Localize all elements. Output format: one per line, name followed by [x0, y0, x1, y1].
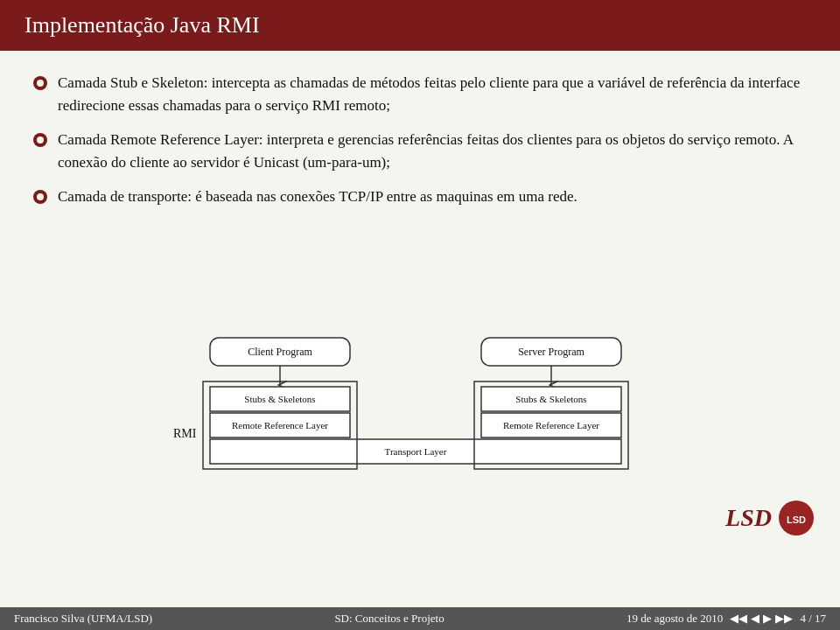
page-number: 4 / 17 — [800, 612, 826, 626]
nav-arrow-left[interactable]: ◀ — [751, 612, 760, 626]
footer-center: SD: Conceitos e Projeto — [152, 612, 626, 626]
nav-arrow-right-right[interactable]: ▶▶ — [775, 612, 793, 626]
diagram-area: RMI Client Program Stubs & Skeletons Rem… — [32, 228, 808, 601]
bullet-icon-1 — [32, 74, 49, 92]
footer-bar: Francisco Silva (UFMA/LSD) SD: Conceitos… — [0, 607, 840, 630]
bullet-icon-2 — [32, 131, 49, 149]
svg-text:LSD: LSD — [787, 514, 806, 525]
footer-left: Francisco Silva (UFMA/LSD) — [14, 612, 152, 626]
svg-text:Client Program: Client Program — [248, 346, 312, 358]
title-text: Implementação Java RMI — [24, 12, 260, 38]
svg-point-5 — [37, 193, 44, 200]
bullet-item-2: Camada Remote Reference Layer: interpret… — [32, 129, 808, 173]
nav-arrow-left-left[interactable]: ◀◀ — [730, 612, 747, 626]
lsd-logo: LSD — [777, 499, 816, 537]
svg-point-3 — [37, 136, 44, 144]
svg-point-1 — [37, 80, 44, 87]
bullet-item-1: Camada Stub e Skeleton: intercepta as ch… — [32, 72, 808, 116]
lsd-text: LSD — [725, 504, 772, 532]
bullet-text-2: Camada Remote Reference Layer: interpret… — [58, 129, 808, 173]
svg-text:Remote Reference Layer: Remote Reference Layer — [503, 420, 599, 430]
main-content: Camada Stub e Skeleton: intercepta as ch… — [0, 51, 840, 607]
slide-title: Implementação Java RMI — [0, 0, 840, 51]
nav-arrow-right[interactable]: ▶ — [763, 612, 772, 626]
lsd-badge: LSD LSD — [725, 499, 816, 537]
svg-text:Remote Reference Layer: Remote Reference Layer — [232, 420, 328, 430]
rmi-label: RMI — [173, 427, 197, 440]
svg-text:Stubs & Skeletons: Stubs & Skeletons — [515, 394, 586, 404]
bullet-icon-3 — [32, 188, 49, 206]
footer-date: 19 de agosto de 2010 — [626, 612, 723, 626]
bullet-text-3: Camada de transporte: é baseada nas cone… — [58, 186, 808, 208]
bullet-text-1: Camada Stub e Skeleton: intercepta as ch… — [58, 72, 808, 116]
rmi-diagram: RMI Client Program Stubs & Skeletons Rem… — [149, 331, 691, 497]
svg-text:Server Program: Server Program — [518, 346, 584, 358]
bullet-item-3: Camada de transporte: é baseada nas cone… — [32, 186, 808, 208]
nav-arrows: ◀◀ ◀ ▶ ▶▶ — [730, 612, 793, 626]
footer-right: 19 de agosto de 2010 ◀◀ ◀ ▶ ▶▶ 4 / 17 — [626, 612, 826, 626]
svg-text:Transport Layer: Transport Layer — [385, 446, 447, 457]
svg-text:Stubs & Skeletons: Stubs & Skeletons — [244, 394, 315, 404]
